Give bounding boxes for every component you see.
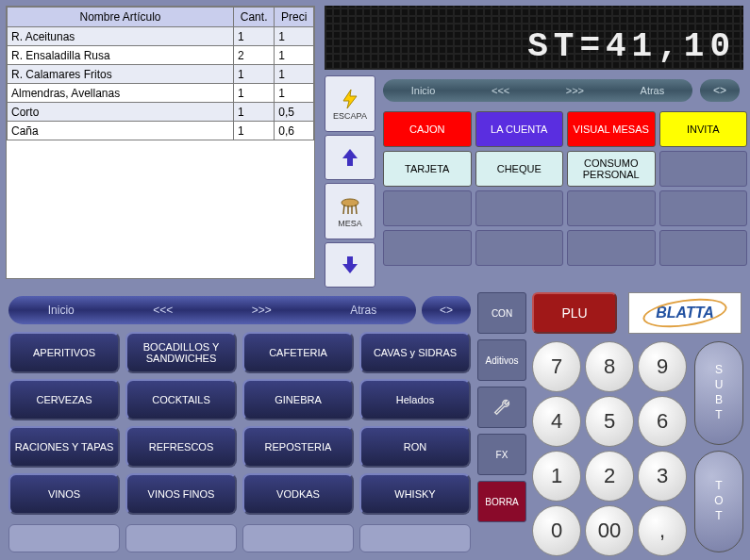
category-button[interactable]: REPOSTERIA [242,426,354,468]
action-empty[interactable] [383,190,472,226]
category-button[interactable]: WHISKY [359,473,471,515]
order-cell-name: Corto [8,103,234,122]
numpad-0[interactable]: 0 [532,505,581,556]
col-precio: Preci [275,8,314,27]
arrow-up-button[interactable] [325,135,375,180]
con-button[interactable]: CON [477,292,526,334]
tarjeta-button[interactable]: TARJETA [383,151,472,187]
action-empty[interactable] [659,190,748,226]
numpad-3[interactable]: 3 [638,451,687,502]
wrench-button[interactable] [477,387,526,428]
aditivos-button[interactable]: Aditivos [477,339,526,381]
table-icon [339,195,361,218]
action-empty[interactable] [567,230,656,266]
cat-nav-prev[interactable]: <<< [153,304,173,317]
order-cell-qty: 1 [234,84,275,103]
lightning-icon [339,88,361,110]
cat-empty[interactable] [359,524,471,552]
order-cell-name: Almendras, Avellanas [8,84,234,103]
category-button[interactable]: RACIONES Y TAPAS [8,426,120,468]
order-row[interactable]: R. Calamares Fritos11 [8,65,314,84]
order-row[interactable]: R. Ensaladilla Rusa21 [8,46,314,65]
consumopersonal-button[interactable]: CONSUMO PERSONAL [567,151,656,187]
cat-nav-inicio[interactable]: Inicio [48,304,75,317]
top-nav-atras[interactable]: Atras [635,85,671,96]
numpad-6[interactable]: 6 [638,396,687,447]
numpad-1[interactable]: 1 [532,451,581,502]
cat-empty[interactable] [8,524,120,552]
top-nav-inicio[interactable]: Inicio [406,85,442,96]
order-cell-name: R. Ensaladilla Rusa [8,46,234,65]
top-nav-next[interactable]: >>> [560,85,590,96]
numpad-4[interactable]: 4 [532,396,581,447]
order-cell-name: R. Aceitunas [8,27,234,46]
tot-button[interactable]: TOT [694,451,743,552]
action-empty[interactable] [659,230,748,266]
order-cell-price: 1 [275,84,314,103]
cat-empty[interactable] [125,524,237,552]
category-button[interactable]: RON [359,426,471,468]
action-empty[interactable] [475,190,564,226]
category-button[interactable]: APERITIVOS [8,332,120,373]
plu-button[interactable]: PLU [532,292,617,334]
fx-button[interactable]: FX [477,434,526,475]
cajon-button[interactable]: CAJON [383,111,472,147]
order-cell-price: 0,6 [275,122,314,140]
category-button[interactable]: COCKTAILS [125,379,237,420]
cat-nav-next[interactable]: >>> [252,304,272,317]
arrow-up-icon [339,146,361,169]
top-nav-pill[interactable]: Inicio <<< >>> Atras [383,79,692,102]
top-nav-prev[interactable]: <<< [486,85,515,96]
action-empty[interactable] [383,230,472,266]
category-button[interactable]: GINEBRA [242,379,354,420]
cat-nav-diamond[interactable]: <> [422,296,471,324]
cat-nav-pill[interactable]: Inicio <<< >>> Atras [8,296,416,324]
category-button[interactable]: CERVEZAS [8,379,120,420]
mesa-button[interactable]: MESA [325,183,375,239]
order-cell-qty: 1 [234,65,275,84]
escapa-button[interactable]: ESCAPA [325,75,375,132]
numpad-9[interactable]: 9 [638,341,687,392]
category-button[interactable]: CAFETERIA [242,332,354,373]
cheque-button[interactable]: CHEQUE [475,151,564,187]
order-row[interactable]: Corto10,5 [8,103,314,122]
subt-button[interactable]: SUBT [694,341,743,445]
numpad-7[interactable]: 7 [532,341,581,392]
category-button[interactable]: VODKAS [242,473,354,515]
category-button[interactable]: CAVAS y SIDRAS [359,332,471,373]
numpad-2[interactable]: 2 [585,451,634,502]
visualmesas-button[interactable]: VISUAL MESAS [567,111,656,147]
order-table[interactable]: Nombre Artículo Cant. Preci R. Aceitunas… [6,6,315,279]
col-cant: Cant. [234,8,275,27]
action-empty[interactable] [659,151,748,187]
action-empty[interactable] [475,230,564,266]
action-empty[interactable] [567,190,656,226]
numpad-8[interactable]: 8 [585,341,634,392]
action-grid: CAJON LA CUENTA VISUAL MESAS INVITA TARJ… [383,111,747,266]
numpad-5[interactable]: 5 [585,396,634,447]
order-cell-price: 1 [275,65,314,84]
category-button[interactable]: VINOS [8,473,120,515]
category-button[interactable]: REFRESCOS [125,426,237,468]
arrow-down-button[interactable] [325,242,375,288]
order-cell-price: 1 [275,46,314,65]
wrench-icon [492,397,512,418]
invita-button[interactable]: INVITA [659,111,748,147]
order-row[interactable]: Almendras, Avellanas11 [8,84,314,103]
category-button[interactable]: BOCADILLOS Y SANDWICHES [125,332,237,373]
cat-empty[interactable] [242,524,354,552]
category-button[interactable]: Helados [359,379,471,420]
category-button[interactable]: VINOS FINOS [125,473,237,515]
col-nombre: Nombre Artículo [8,8,234,27]
numpad-,[interactable]: , [638,505,687,556]
arrow-down-icon [339,254,361,276]
order-row[interactable]: Caña10,6 [8,122,314,140]
top-nav-diamond[interactable]: <> [700,79,740,102]
borra-button[interactable]: BORRA [477,481,526,522]
order-row[interactable]: R. Aceitunas11 [8,27,314,46]
lacuenta-button[interactable]: LA CUENTA [475,111,564,147]
cat-nav-atras[interactable]: Atras [350,304,376,317]
order-cell-name: R. Calamares Fritos [8,65,234,84]
order-cell-qty: 1 [234,103,275,122]
numpad-00[interactable]: 00 [585,505,634,556]
